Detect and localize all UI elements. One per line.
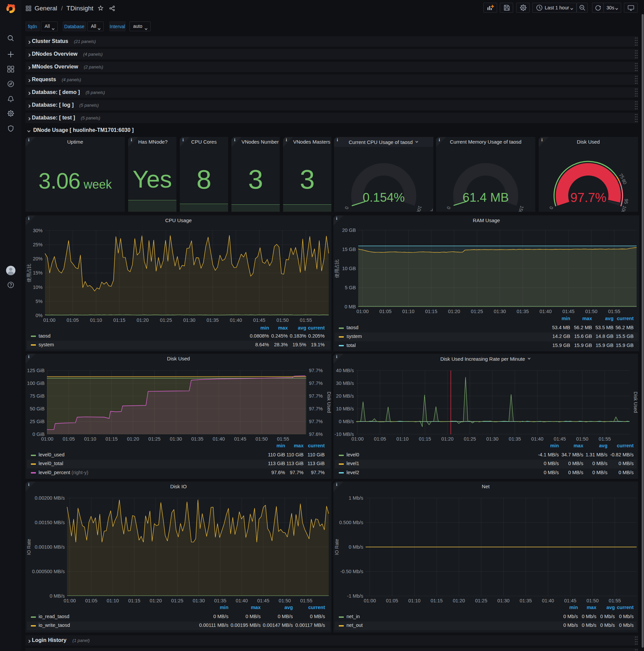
svg-text:01:10: 01:10 (107, 598, 119, 603)
svg-text:97.7%: 97.7% (570, 191, 606, 205)
svg-text:40 MB/s: 40 MB/s (336, 368, 354, 373)
svg-text:01:25: 01:25 (464, 436, 476, 442)
svg-text:20%: 20% (33, 256, 42, 261)
svg-text:i: i (183, 137, 184, 142)
svg-text:01:15: 01:15 (419, 436, 431, 442)
svg-text:10 GB: 10 GB (342, 266, 356, 271)
svg-text:01:50: 01:50 (585, 309, 598, 314)
svg-text:01:15: 01:15 (114, 317, 125, 323)
svg-text:0: 0 (446, 206, 452, 210)
svg-text:25 GiB: 25 GiB (30, 419, 44, 424)
svg-text:01:40: 01:40 (230, 317, 242, 323)
svg-text:01:25: 01:25 (475, 598, 487, 603)
svg-text:01:05: 01:05 (386, 598, 398, 603)
svg-text:01:45: 01:45 (253, 317, 265, 323)
svg-text:97.7%: 97.7% (309, 406, 323, 411)
svg-text:i: i (234, 137, 235, 142)
svg-text:01:20: 01:20 (127, 436, 139, 442)
svg-text:01:50: 01:50 (576, 436, 588, 442)
svg-text:97.7%: 97.7% (309, 380, 323, 386)
svg-text:100 GiB: 100 GiB (27, 380, 44, 386)
svg-text:01:05: 01:05 (374, 436, 386, 442)
svg-text:125 GiB: 125 GiB (27, 368, 44, 373)
svg-text:01:00: 01:00 (363, 598, 376, 603)
svg-text:0.00150 MB/s: 0.00150 MB/s (35, 520, 65, 525)
svg-text:01:15: 01:15 (106, 436, 118, 442)
svg-text:01:10: 01:10 (90, 317, 102, 323)
svg-text:01:50: 01:50 (586, 598, 599, 603)
svg-text:Disk Used: Disk Used (326, 392, 331, 413)
svg-text:01:55: 01:55 (599, 436, 611, 442)
svg-text:01:40: 01:40 (236, 598, 248, 603)
svg-text:01:40: 01:40 (542, 598, 554, 603)
svg-text:0: 0 (344, 206, 350, 210)
svg-text:01:10: 01:10 (84, 436, 96, 442)
svg-text:01:55: 01:55 (277, 436, 289, 442)
svg-text:01:40: 01:40 (531, 436, 543, 442)
svg-text:01:05: 01:05 (85, 598, 97, 603)
svg-text:100: 100 (415, 205, 423, 212)
svg-text:Disk Used: Disk Used (633, 392, 638, 413)
svg-text:01:25: 01:25 (160, 317, 172, 323)
svg-text:01:45: 01:45 (562, 309, 575, 314)
svg-text:10 MB/s: 10 MB/s (336, 406, 354, 411)
svg-text:0.00100 MB/s: 0.00100 MB/s (35, 544, 65, 550)
svg-text:97.7%: 97.7% (309, 368, 323, 373)
svg-text:01:00: 01:00 (357, 309, 368, 314)
svg-text:01:05: 01:05 (379, 309, 391, 314)
svg-text:i: i (28, 137, 30, 142)
svg-text:01:35: 01:35 (191, 436, 203, 442)
svg-text:01:45: 01:45 (554, 436, 566, 442)
svg-text:01:40: 01:40 (213, 436, 225, 442)
svg-text:01:20: 01:20 (448, 309, 460, 314)
svg-text:0.500 Mb/s: 0.500 Mb/s (339, 520, 363, 525)
svg-text:61.4 MB: 61.4 MB (462, 191, 509, 204)
svg-text:01:50: 01:50 (277, 317, 288, 323)
svg-text:01:35: 01:35 (206, 317, 219, 323)
svg-text:01:05: 01:05 (67, 317, 79, 323)
svg-text:1589: 1589 (517, 205, 525, 212)
svg-text:01:15: 01:15 (425, 309, 437, 314)
svg-text:0 MB/s: 0 MB/s (50, 593, 65, 599)
svg-text:0.000500 MB/s: 0.000500 MB/s (32, 569, 65, 574)
svg-text:01:45: 01:45 (564, 598, 576, 603)
svg-text:IO Rate: IO Rate (334, 539, 340, 555)
svg-text:01:50: 01:50 (279, 598, 291, 603)
svg-text:IO Rate: IO Rate (26, 539, 32, 555)
svg-text:0.154%: 0.154% (362, 191, 405, 204)
svg-text:5 GB: 5 GB (345, 285, 356, 290)
svg-text:-1 Mb/s: -1 Mb/s (347, 593, 363, 599)
svg-text:95: 95 (623, 198, 629, 204)
svg-text:01:35: 01:35 (214, 598, 226, 603)
svg-text:使用占比: 使用占比 (26, 264, 32, 283)
svg-text:30 MB/s: 30 MB/s (336, 380, 354, 386)
svg-text:15%: 15% (33, 270, 42, 276)
svg-text:01:20: 01:20 (453, 598, 465, 603)
svg-text:01:55: 01:55 (608, 309, 620, 314)
svg-text:01:30: 01:30 (497, 598, 510, 603)
svg-text:使用占比: 使用占比 (334, 259, 340, 278)
svg-text:80: 80 (621, 178, 628, 185)
svg-text:20 MB/s: 20 MB/s (336, 393, 354, 399)
svg-text:01:30: 01:30 (170, 436, 182, 442)
svg-text:0: 0 (548, 206, 554, 210)
svg-text:01:55: 01:55 (609, 598, 621, 603)
svg-text:5%: 5% (36, 299, 42, 304)
svg-text:97.6%: 97.6% (309, 432, 323, 437)
svg-text:01:40: 01:40 (539, 309, 551, 314)
svg-text:0 Mb/s: 0 Mb/s (349, 544, 363, 550)
svg-text:01:55: 01:55 (300, 598, 312, 603)
svg-text:i: i (286, 137, 287, 142)
svg-text:01:25: 01:25 (148, 436, 160, 442)
svg-text:25%: 25% (33, 242, 42, 247)
svg-text:01:10: 01:10 (396, 436, 409, 442)
svg-text:97.7%: 97.7% (309, 419, 323, 424)
svg-text:97.7%: 97.7% (309, 393, 323, 399)
svg-text:50 GiB: 50 GiB (30, 406, 44, 411)
svg-text:75 GiB: 75 GiB (30, 393, 44, 399)
svg-text:0 MB/s: 0 MB/s (339, 419, 354, 424)
svg-text:01:30: 01:30 (486, 436, 498, 442)
svg-text:01:20: 01:20 (442, 436, 453, 442)
svg-text:15 GB: 15 GB (342, 247, 356, 252)
svg-text:01:00: 01:00 (41, 436, 53, 442)
